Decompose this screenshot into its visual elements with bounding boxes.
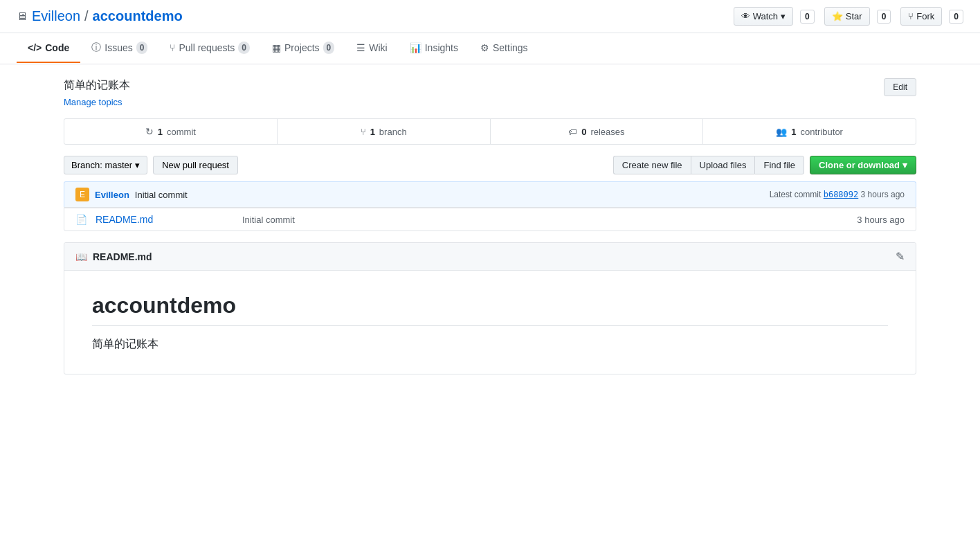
star-icon: ⭐ <box>832 11 843 21</box>
stats-bar: ↻ 1 commit ⑂ 1 branch 🏷 0 releases 👥 1 c… <box>64 118 916 145</box>
readme-content: accountdemo 简单的记账本 <box>64 271 916 374</box>
author-avatar: E <box>75 188 89 201</box>
tag-icon: 🏷 <box>568 127 577 137</box>
wiki-icon: ☰ <box>356 42 365 53</box>
tab-wiki-label: Wiki <box>369 42 387 53</box>
repo-icon: 🖥 <box>17 10 28 23</box>
star-count: 0 <box>877 10 891 24</box>
create-new-file-button[interactable]: Create new file <box>613 156 691 174</box>
readme-book-icon: 📖 <box>75 251 87 262</box>
readme-header: 📖 README.md ✎ <box>64 243 916 271</box>
tab-code-label: Code <box>45 42 69 53</box>
commit-hash-link[interactable]: b688092 <box>824 190 859 199</box>
tab-code[interactable]: </> Code <box>17 34 80 63</box>
tab-projects-label: Projects <box>284 42 320 53</box>
fork-count: 0 <box>949 10 963 24</box>
new-pull-request-button[interactable]: New pull request <box>153 156 238 174</box>
file-action-buttons: Create new file Upload files Find file C… <box>613 156 916 174</box>
commit-meta: Latest commit b688092 3 hours ago <box>770 190 905 199</box>
commit-message: Initial commit <box>135 190 188 200</box>
eye-icon: 👁 <box>741 11 750 21</box>
repo-description-section: 简单的记账本 Manage topics Edit <box>64 78 916 107</box>
upload-files-button[interactable]: Upload files <box>691 156 755 174</box>
title-separator: / <box>84 8 89 24</box>
code-icon: </> <box>28 42 42 53</box>
tab-insights[interactable]: 📊 Insights <box>399 34 469 63</box>
commits-label: commit <box>167 127 196 137</box>
watch-button[interactable]: 👁 Watch ▾ <box>734 7 793 26</box>
commit-time: 3 hours ago <box>861 190 905 199</box>
fork-button[interactable]: ⑂ Fork <box>900 7 942 26</box>
latest-commit-label: Latest commit <box>770 190 822 199</box>
tab-pull-requests[interactable]: ⑂ Pull requests 0 <box>158 33 261 64</box>
pr-badge: 0 <box>238 42 250 54</box>
repo-description-text: 简单的记账本 <box>64 78 130 93</box>
branches-stat[interactable]: ⑂ 1 branch <box>278 119 491 144</box>
readme-filename: README.md <box>93 251 152 262</box>
branch-dropdown-icon: ▾ <box>135 160 140 170</box>
tab-pr-label: Pull requests <box>179 42 235 53</box>
owner-link[interactable]: Evilleon <box>32 8 80 24</box>
releases-label: releases <box>590 127 624 137</box>
repo-actions: 👁 Watch ▾ 0 ⭐ Star 0 ⑂ Fork 0 <box>734 7 963 26</box>
file-actions-bar: Branch: master ▾ New pull request Create… <box>64 156 916 174</box>
star-button[interactable]: ⭐ Star <box>824 7 870 26</box>
file-icon: 📄 <box>75 214 87 225</box>
branch-selector[interactable]: Branch: master ▾ <box>64 156 147 174</box>
contributors-icon: 👥 <box>776 127 787 137</box>
watch-count: 0 <box>800 10 815 24</box>
insights-icon: 📊 <box>410 42 421 53</box>
commit-icon: ↻ <box>145 126 154 137</box>
releases-stat[interactable]: 🏷 0 releases <box>491 119 704 144</box>
fork-label: Fork <box>916 11 934 21</box>
edit-description-button[interactable]: Edit <box>884 78 916 96</box>
projects-icon: ▦ <box>272 42 281 53</box>
repo-title: 🖥 Evilleon / accountdemo <box>17 8 183 24</box>
contributors-count: 1 <box>791 127 796 137</box>
readme-edit-icon[interactable]: ✎ <box>896 250 905 263</box>
contributors-label: contributor <box>801 127 843 137</box>
file-modified-time: 3 hours ago <box>857 215 905 225</box>
tab-projects[interactable]: ▦ Projects 0 <box>261 33 345 64</box>
find-file-button[interactable]: Find file <box>754 156 804 174</box>
readme-title: accountdemo <box>92 293 888 326</box>
issues-icon: ⓘ <box>91 42 101 54</box>
watch-dropdown-icon: ▾ <box>781 11 786 21</box>
commits-count: 1 <box>158 127 163 137</box>
issues-badge: 0 <box>136 42 148 54</box>
readme-section: 📖 README.md ✎ accountdemo 简单的记账本 <box>64 242 916 374</box>
contributors-stat[interactable]: 👥 1 contributor <box>703 119 916 144</box>
repo-link[interactable]: accountdemo <box>93 8 183 24</box>
projects-badge: 0 <box>323 42 335 54</box>
star-label: Star <box>846 11 862 21</box>
commit-author-link[interactable]: Evilleon <box>95 190 129 200</box>
tab-issues[interactable]: ⓘ Issues 0 <box>80 33 158 64</box>
branches-count: 1 <box>370 127 375 137</box>
commits-stat[interactable]: ↻ 1 commit <box>64 119 278 144</box>
file-name-link[interactable]: README.md <box>96 214 234 225</box>
file-commit-message: Initial commit <box>242 215 849 225</box>
tab-issues-label: Issues <box>105 42 132 53</box>
clone-or-download-button[interactable]: Clone or download ▾ <box>810 156 916 174</box>
nav-tabs: </> Code ⓘ Issues 0 ⑂ Pull requests 0 ▦ … <box>0 33 980 64</box>
fork-icon: ⑂ <box>908 11 914 21</box>
manage-topics-link[interactable]: Manage topics <box>64 97 130 107</box>
table-row: 📄 README.md Initial commit 3 hours ago <box>64 208 916 231</box>
branch-selector-label: Branch: master <box>71 160 132 170</box>
pr-icon: ⑂ <box>170 42 175 53</box>
clone-label: Clone or download <box>819 160 900 170</box>
clone-dropdown-icon: ▾ <box>902 160 907 170</box>
settings-icon: ⚙ <box>480 42 489 53</box>
watch-label: Watch <box>753 11 778 21</box>
file-browser: E Evilleon Initial commit Latest commit … <box>64 181 916 231</box>
releases-count: 0 <box>581 127 586 137</box>
tab-settings[interactable]: ⚙ Settings <box>469 34 539 63</box>
tab-wiki[interactable]: ☰ Wiki <box>345 34 398 63</box>
latest-commit-bar: E Evilleon Initial commit Latest commit … <box>64 181 916 207</box>
file-list: 📄 README.md Initial commit 3 hours ago <box>64 207 916 231</box>
tab-insights-label: Insights <box>425 42 458 53</box>
tab-settings-label: Settings <box>493 42 528 53</box>
branch-icon: ⑂ <box>361 127 366 137</box>
branches-label: branch <box>379 127 407 137</box>
readme-description: 简单的记账本 <box>92 337 888 352</box>
